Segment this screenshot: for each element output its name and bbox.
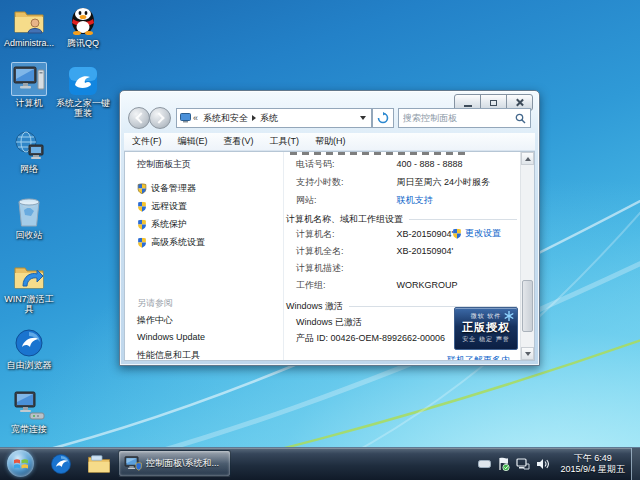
desktop-icon-label: 宽带连接 <box>2 424 56 434</box>
task-button-label: 控制面板\系统和... <box>146 457 219 470</box>
desktop-icon-label: 计算机 <box>2 98 56 108</box>
menu-file[interactable]: 文件(F) <box>124 135 170 148</box>
phone-row: 电话号码: 400 - 888 - 8888 <box>296 158 463 171</box>
hours-row: 支持小时数: 周日至周六 24小时服务 <box>296 176 490 189</box>
breadcrumb-security[interactable]: 系统和安全 <box>200 112 251 125</box>
uac-shield-icon <box>137 219 147 230</box>
computer-name-label: 计算机名: <box>296 228 394 241</box>
nav-windows-update[interactable]: Windows Update <box>137 332 205 342</box>
menu-tools[interactable]: 工具(T) <box>262 135 308 148</box>
nav-task-label: 设备管理器 <box>151 182 196 195</box>
scrollbar-thumb[interactable] <box>522 280 533 332</box>
system-window: « 系统和安全 系统 文件(F) 编辑(E) 查看(V) 工具(T) 帮助(H) <box>119 90 540 366</box>
show-desktop-button[interactable] <box>631 448 640 480</box>
desktop-icon-broadband[interactable]: 宽带连接 <box>2 388 56 434</box>
search-input[interactable] <box>399 113 515 123</box>
scroll-down-icon <box>525 352 531 356</box>
badge-line2: 正版授权 <box>455 321 517 333</box>
breadcrumb-overflow[interactable]: « <box>191 113 200 123</box>
full-name-value: XB-20150904' <box>397 246 454 256</box>
phone-label: 电话号码: <box>296 158 394 171</box>
start-button[interactable] <box>7 450 34 477</box>
maximize-icon <box>490 100 497 106</box>
online-support-link[interactable]: 联机支持 <box>397 195 433 205</box>
back-button[interactable] <box>128 107 150 129</box>
full-name-label: 计算机全名: <box>296 245 394 258</box>
activated-text: Windows 已激活 <box>296 317 362 327</box>
volume-tray-icon[interactable] <box>536 458 549 470</box>
menu-view[interactable]: 查看(V) <box>216 135 262 148</box>
nav-control-panel-home[interactable]: 控制面板主页 <box>137 158 191 171</box>
desktop-icon-syshome-reinstall[interactable]: 系统之家一键重装 <box>56 62 110 118</box>
scroll-down-button[interactable] <box>521 347 534 360</box>
change-settings[interactable]: 更改设置 <box>452 227 501 240</box>
taskbar-task-control-panel[interactable]: 控制面板\系统和... <box>118 450 231 477</box>
search-box <box>398 108 531 128</box>
action-center-flag-icon[interactable] <box>497 457 510 471</box>
learn-more-link[interactable]: 联机了解更多内容... <box>447 354 521 360</box>
uac-shield-icon <box>452 228 462 239</box>
minimize-icon <box>464 105 472 107</box>
nav-advanced-settings[interactable]: 高级系统设置 <box>137 236 205 249</box>
window-client: 控制面板主页 设备管理器 远程设置 系统保护 高级系统设置 另请参阅 <box>124 151 535 361</box>
language-bar-icon[interactable] <box>478 460 491 468</box>
nav-system-protection[interactable]: 系统保护 <box>137 218 187 231</box>
network-globe-icon <box>11 128 47 162</box>
desktop-icon-recycle-bin[interactable]: 回收站 <box>2 194 56 240</box>
network-tray-icon[interactable] <box>516 458 530 470</box>
taskbar-explorer-button[interactable] <box>84 451 114 477</box>
computer-name-section: 计算机名称、域和工作组设置 <box>286 213 517 226</box>
desktop-icon-label: 回收站 <box>2 230 56 240</box>
nav-action-center[interactable]: 操作中心 <box>137 314 173 327</box>
genuine-license-badge[interactable]: 微软 软件 正版授权 安全 稳定 声誉 <box>454 307 518 350</box>
user-folder-icon <box>11 2 47 36</box>
change-settings-link[interactable]: 更改设置 <box>465 227 501 240</box>
menu-bar: 文件(F) 编辑(E) 查看(V) 工具(T) 帮助(H) <box>124 133 535 151</box>
desktop-icon-label: WIN7激活工具 <box>2 294 56 314</box>
refresh-icon <box>377 112 389 124</box>
nav-task-label: 远程设置 <box>151 200 187 213</box>
clipped-text-remnant <box>290 152 470 155</box>
breadcrumb-system[interactable]: 系统 <box>257 112 281 125</box>
uac-shield-icon <box>137 201 147 212</box>
address-bar[interactable]: « 系统和安全 系统 <box>176 108 372 128</box>
desktop-icon-browser[interactable]: 自由浏览器 <box>2 324 56 370</box>
desktop-icon-computer[interactable]: 计算机 <box>2 62 56 108</box>
blue-browser-icon <box>50 453 72 475</box>
desktop-icon-label: 网络 <box>2 164 56 174</box>
vertical-scrollbar[interactable] <box>520 152 534 360</box>
computer-name-row: 计算机名: XB-20150904' <box>296 228 453 241</box>
desktop-icon-network[interactable]: 网络 <box>2 128 56 174</box>
nav-pane: 控制面板主页 设备管理器 远程设置 系统保护 高级系统设置 另请参阅 <box>125 152 284 360</box>
computer-icon <box>11 62 47 96</box>
workgroup-row: 工作组: WORKGROUP <box>296 279 458 292</box>
broadband-connection-icon <box>11 388 47 422</box>
nav-device-manager[interactable]: 设备管理器 <box>137 182 196 195</box>
address-dropdown-icon[interactable] <box>360 116 366 120</box>
back-arrow-icon <box>135 112 146 123</box>
desktop: Administra... 腾讯QQ 计算机 系统之家一键重装 网络 回收站 <box>0 0 640 480</box>
product-id-row: 产品 ID: 00426-OEM-8992662-00006 <box>296 332 445 345</box>
scroll-up-button[interactable] <box>521 152 534 165</box>
taskbar-clock[interactable]: 下午 6:49 2015/9/4 星期五 <box>560 453 625 475</box>
forward-button[interactable] <box>149 107 171 129</box>
breadcrumb-separator-icon[interactable] <box>252 115 256 121</box>
recycle-bin-icon <box>11 194 47 228</box>
search-icon[interactable] <box>515 113 526 124</box>
nav-performance-tools[interactable]: 性能信息和工具 <box>137 349 200 362</box>
forward-arrow-icon <box>153 112 164 123</box>
nav-remote-settings[interactable]: 远程设置 <box>137 200 187 213</box>
product-id-text: 产品 ID: 00426-OEM-8992662-00006 <box>296 333 445 343</box>
desktop-icon-win7-activator[interactable]: WIN7激活工具 <box>2 258 56 314</box>
menu-help[interactable]: 帮助(H) <box>307 135 354 148</box>
menu-edit[interactable]: 编辑(E) <box>170 135 216 148</box>
section-rule <box>409 219 517 220</box>
description-label: 计算机描述: <box>296 262 394 275</box>
refresh-button[interactable] <box>372 108 394 128</box>
uac-shield-icon <box>137 237 147 248</box>
desktop-icon-qq[interactable]: 腾讯QQ <box>56 2 110 48</box>
taskbar-browser-button[interactable] <box>46 451 76 477</box>
desktop-icon-administrator[interactable]: Administra... <box>2 2 56 48</box>
uac-shield-icon <box>137 183 147 194</box>
hours-label: 支持小时数: <box>296 176 394 189</box>
